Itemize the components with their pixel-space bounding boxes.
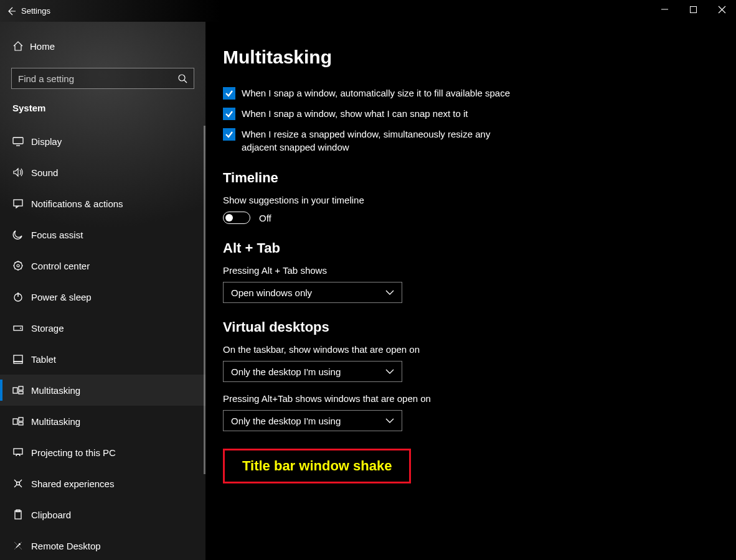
nav-list: DisplaySoundNotifications & actionsFocus… [0,126,205,560]
sidebar-item-label: Multitasking [31,416,80,427]
tablet-icon [12,353,31,365]
svg-rect-2 [13,138,23,144]
sidebar-item-label: Tablet [31,354,56,365]
search-icon [178,74,187,83]
virtual-opt1-label: On the taskbar, show windows that are op… [223,344,711,355]
snap-fill-check-row: When I snap a window, automatically size… [223,86,522,100]
sidebar-item-clipboard[interactable]: Clipboard [0,499,205,530]
sidebar-item-label: Display [31,136,62,147]
sidebar-item-power-sleep[interactable]: Power & sleep [0,281,205,312]
chevron-down-icon [385,369,394,374]
chevron-down-icon [385,418,394,423]
svg-point-8 [20,328,21,329]
svg-rect-16 [19,422,23,425]
sidebar-item-label: Sound [31,167,58,178]
display-icon [12,136,31,147]
projecting-icon [12,447,31,458]
focus-icon [12,229,31,240]
svg-point-1 [179,75,185,81]
section-label: System [0,103,205,113]
sidebar-item-notifications-actions[interactable]: Notifications & actions [0,188,205,219]
checkbox-snap-resize[interactable] [223,128,235,141]
snap-resize-check-row: When I resize a snapped window, simultan… [223,128,522,154]
minimize-icon [661,6,668,13]
timeline-toggle-value: Off [259,213,271,223]
search-box[interactable] [11,68,194,89]
title-bar-shake-heading: Title bar window shake [242,458,392,474]
svg-rect-3 [14,200,22,206]
snap-next-check-row: When I snap a window, show what I can sn… [223,107,522,120]
back-arrow-icon [6,6,16,16]
sidebar: Home System DisplaySoundNotifications & … [0,22,205,560]
virtual-opt2-value: Only the desktop I'm using [231,416,341,426]
sidebar-item-control-center[interactable]: Control center [0,250,205,281]
svg-rect-0 [690,6,696,12]
sidebar-item-multitasking[interactable]: Multitasking [0,375,205,406]
snap-resize-label: When I resize a snapped window, simultan… [242,128,522,154]
sidebar-item-label: Control center [31,261,90,271]
sidebar-item-display[interactable]: Display [0,126,205,157]
sidebar-item-projecting-to-this-pc[interactable]: Projecting to this PC [0,437,205,468]
clipboard-icon [12,509,31,520]
alttab-dropdown[interactable]: Open windows only [223,282,402,303]
timeline-label: Show suggestions in your timeline [223,195,711,205]
alttab-heading: Alt + Tab [223,240,711,256]
back-button[interactable] [0,0,22,22]
checkbox-snap-next[interactable] [223,108,235,120]
checkbox-snap-fill[interactable] [223,87,235,100]
timeline-toggle[interactable] [223,212,250,224]
close-icon [719,6,725,13]
virtual-taskbar-dropdown[interactable]: Only the desktop I'm using [223,361,402,382]
sidebar-item-label: Notifications & actions [31,198,123,209]
sidebar-item-shared-experiences[interactable]: Shared experiences [0,468,205,499]
multitasking-icon [12,416,31,427]
svg-point-18 [17,482,20,485]
sidebar-item-label: Remote Desktop [31,541,101,551]
home-label: Home [30,41,55,52]
timeline-heading: Timeline [223,170,711,186]
home-button[interactable]: Home [0,33,205,59]
sidebar-item-tablet[interactable]: Tablet [0,343,205,375]
titlebar: Settings [0,0,736,22]
multitasking-icon [12,385,31,396]
sidebar-item-label: Projecting to this PC [31,447,116,458]
svg-rect-9 [14,355,22,362]
sidebar-item-label: Multitasking [31,385,80,396]
svg-rect-12 [19,386,23,390]
app-title: Settings [21,6,50,16]
chevron-down-icon [385,290,394,295]
highlighted-section: Title bar window shake [223,449,411,483]
home-icon [12,40,30,52]
sidebar-item-label: Power & sleep [31,292,92,302]
sidebar-item-multitasking[interactable]: Multitasking [0,406,205,437]
virtual-opt1-value: Only the desktop I'm using [231,366,341,377]
svg-rect-13 [19,391,23,394]
power-icon [12,291,31,302]
sidebar-item-label: Clipboard [31,510,71,520]
svg-rect-15 [19,418,23,421]
snap-next-label: When I snap a window, show what I can sn… [242,107,468,120]
svg-rect-10 [14,362,22,363]
notifications-icon [12,198,31,209]
svg-rect-11 [13,388,17,393]
svg-point-5 [17,264,19,267]
controlcenter-icon [12,260,31,271]
sidebar-item-remote-desktop[interactable]: Remote Desktop [0,530,205,560]
storage-icon [12,322,31,334]
virtual-alttab-dropdown[interactable]: Only the desktop I'm using [223,410,402,431]
search-input[interactable] [18,73,178,84]
minimize-button[interactable] [650,0,679,19]
remote-icon [12,540,31,551]
shared-icon [12,478,31,489]
alttab-value: Open windows only [231,287,312,298]
sidebar-item-label: Storage [31,323,64,334]
alttab-label: Pressing Alt + Tab shows [223,265,711,276]
sidebar-item-storage[interactable]: Storage [0,312,205,343]
sidebar-item-focus-assist[interactable]: Focus assist [0,219,205,250]
sidebar-item-label: Shared experiences [31,478,114,489]
maximize-button[interactable] [679,0,707,19]
content-area: Multitasking When I snap a window, autom… [205,22,736,560]
virtual-opt2-label: Pressing Alt+Tab shows windows that are … [223,393,711,404]
close-button[interactable] [707,0,736,19]
sidebar-item-sound[interactable]: Sound [0,157,205,188]
